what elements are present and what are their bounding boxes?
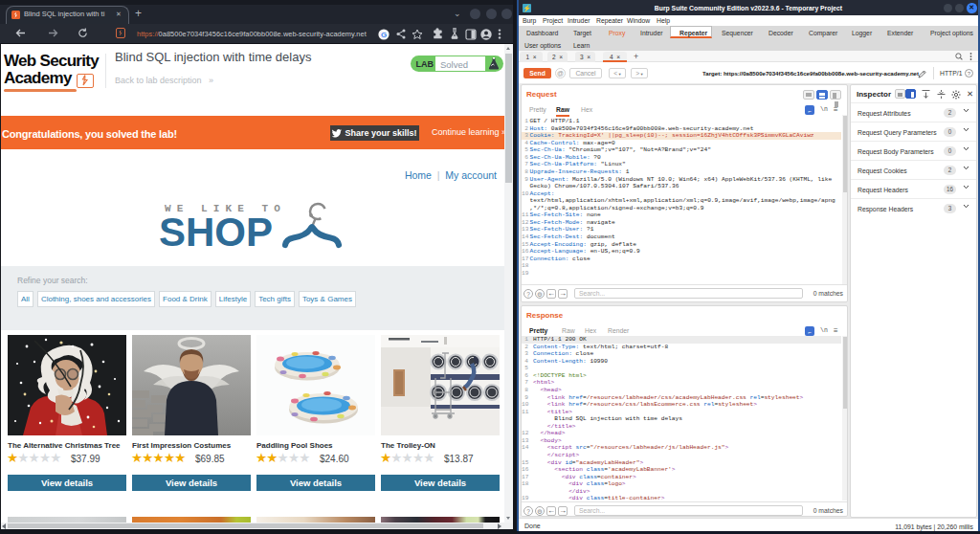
svg-text:⌐: ⌐ <box>808 329 812 336</box>
svg-text:⌐: ⌐ <box>808 108 812 115</box>
svg-text:G: G <box>381 30 387 38</box>
